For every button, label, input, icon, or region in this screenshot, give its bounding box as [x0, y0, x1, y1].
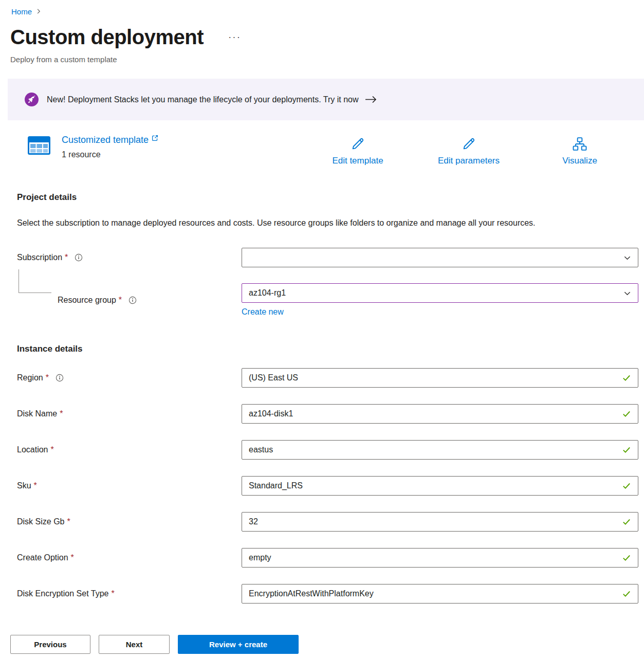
required-marker: *: [65, 253, 68, 262]
required-marker: *: [71, 553, 74, 562]
subscription-group-connector-line: [19, 269, 51, 293]
required-marker: *: [119, 296, 122, 304]
info-icon[interactable]: [75, 253, 83, 262]
create-option-row: Create Option* empty: [17, 548, 638, 568]
location-label-text: Location: [17, 445, 48, 454]
project-fields: Subscription*: [17, 248, 638, 317]
page-subtitle: Deploy from a custom template: [10, 54, 638, 64]
create-option-value: empty: [249, 553, 271, 562]
valid-check-icon: [622, 589, 631, 598]
resource-group-label-text: Resource group: [58, 296, 116, 304]
previous-button[interactable]: Previous: [10, 635, 90, 654]
resource-group-label: Resource group*: [17, 296, 242, 305]
sku-input[interactable]: Standard_LRS: [242, 476, 638, 496]
chevron-down-icon: [623, 254, 631, 262]
location-label: Location*: [17, 445, 242, 454]
location-value: eastus: [249, 445, 273, 454]
resource-group-row: Resource group* az104-rg1: [17, 283, 638, 317]
edit-parameters-label: Edit parameters: [438, 156, 500, 166]
edit-parameters-button[interactable]: Edit parameters: [428, 136, 510, 166]
instance-details-heading: Instance details: [17, 343, 638, 355]
instance-details-section: Instance details Region* (US) Eas: [10, 343, 638, 604]
valid-check-icon: [622, 481, 631, 490]
disk-encryption-set-type-label-text: Disk Encryption Set Type: [17, 589, 108, 598]
valid-check-icon: [622, 517, 631, 526]
breadcrumb: Home: [11, 6, 638, 16]
subscription-label-text: Subscription: [17, 253, 62, 262]
required-marker: *: [111, 589, 114, 598]
disk-name-label: Disk Name*: [17, 409, 242, 418]
disk-size-label: Disk Size Gb*: [17, 517, 242, 526]
chevron-down-icon: [623, 289, 631, 297]
disk-encryption-set-type-label: Disk Encryption Set Type*: [17, 589, 242, 598]
disk-encryption-set-type-input[interactable]: EncryptionAtRestWithPlatformKey: [242, 584, 638, 604]
sku-label-text: Sku: [17, 481, 31, 490]
arrow-right-icon: [365, 96, 377, 103]
breadcrumb-home-link[interactable]: Home: [11, 7, 32, 16]
disk-name-value: az104-disk1: [249, 409, 293, 418]
customized-template-link[interactable]: Customized template: [62, 134, 158, 145]
create-option-label: Create Option*: [17, 553, 242, 562]
region-input[interactable]: (US) East US: [242, 368, 638, 388]
region-row: Region* (US) East US: [17, 368, 638, 388]
info-icon[interactable]: [128, 296, 137, 304]
custom-deployment-page: Home Custom deployment ··· Deploy from a…: [0, 0, 644, 658]
disk-encryption-set-type-value: EncryptionAtRestWithPlatformKey: [249, 589, 374, 598]
project-details-description: Select the subscription to manage deploy…: [17, 215, 611, 231]
rocket-icon: [25, 93, 39, 106]
review-create-button[interactable]: Review + create: [178, 635, 299, 654]
disk-size-row: Disk Size Gb* 32: [17, 512, 638, 532]
visualize-label: Visualize: [562, 156, 597, 166]
subscription-dropdown[interactable]: [242, 248, 638, 267]
page-title: Custom deployment: [10, 25, 204, 49]
visualize-button[interactable]: Visualize: [539, 136, 621, 166]
template-summary-row: Customized template 1 resource Edit temp…: [10, 133, 638, 166]
disk-size-value: 32: [249, 517, 258, 526]
subscription-label: Subscription*: [17, 253, 242, 262]
valid-check-icon: [622, 445, 631, 454]
valid-check-icon: [622, 409, 631, 418]
pencil-icon: [461, 136, 476, 152]
template-actions: Edit template Edit parameters Visualize: [317, 133, 621, 166]
resource-count: 1 resource: [62, 150, 158, 159]
instance-fields: Region* (US) East US: [17, 368, 638, 604]
template-name: Customized template: [62, 134, 149, 145]
required-marker: *: [60, 409, 63, 418]
location-input[interactable]: eastus: [242, 440, 638, 460]
required-marker: *: [51, 445, 54, 454]
create-new-link[interactable]: Create new: [242, 307, 284, 317]
chevron-right-icon: [35, 8, 42, 14]
required-marker: *: [67, 517, 70, 526]
valid-check-icon: [622, 373, 631, 382]
required-marker: *: [34, 481, 37, 490]
title-row: Custom deployment ···: [10, 25, 638, 49]
next-button[interactable]: Next: [99, 635, 170, 654]
subscription-row: Subscription*: [17, 248, 638, 267]
project-details-section: Project details Select the subscription …: [10, 192, 638, 317]
external-link-icon: [152, 135, 158, 141]
project-details-heading: Project details: [17, 192, 638, 203]
required-marker: *: [46, 373, 49, 382]
disk-size-input[interactable]: 32: [242, 512, 638, 532]
disk-encryption-set-type-row: Disk Encryption Set Type* EncryptionAtRe…: [17, 584, 638, 604]
create-option-input[interactable]: empty: [242, 548, 638, 568]
sku-value: Standard_LRS: [249, 481, 303, 490]
info-icon[interactable]: [56, 374, 64, 382]
edit-template-label: Edit template: [332, 156, 383, 166]
disk-size-label-text: Disk Size Gb: [17, 517, 64, 526]
resource-group-dropdown[interactable]: az104-rg1: [242, 283, 638, 303]
disk-name-label-text: Disk Name: [17, 409, 57, 418]
edit-template-button[interactable]: Edit template: [317, 136, 399, 166]
region-label-text: Region: [17, 373, 43, 382]
location-row: Location* eastus: [17, 440, 638, 460]
disk-name-input[interactable]: az104-disk1: [242, 404, 638, 424]
more-menu-button[interactable]: ···: [226, 29, 243, 45]
org-chart-icon: [572, 136, 587, 152]
valid-check-icon: [622, 553, 631, 562]
template-icon: [27, 133, 51, 160]
deployment-stacks-banner[interactable]: New! Deployment Stacks let you manage th…: [8, 79, 644, 120]
disk-name-row: Disk Name* az104-disk1: [17, 404, 638, 424]
region-value: (US) East US: [249, 373, 298, 382]
pencil-icon: [350, 136, 365, 152]
banner-text: New! Deployment Stacks let you manage th…: [47, 95, 359, 104]
